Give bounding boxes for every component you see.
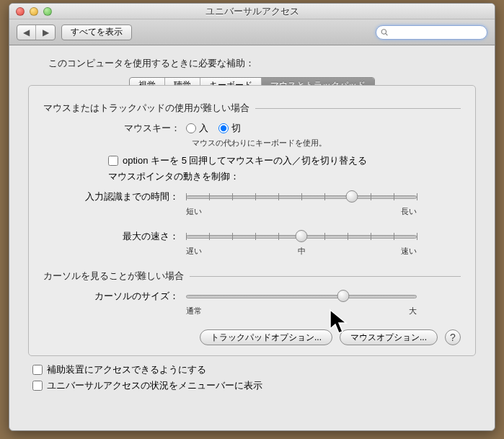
search-field[interactable] xyxy=(376,25,487,40)
zoom-button[interactable] xyxy=(43,7,52,16)
cursor-size-label: カーソルのサイズ： xyxy=(43,290,186,303)
delay-label: 入力認識までの時間： xyxy=(43,190,186,203)
minimize-button[interactable] xyxy=(30,7,38,16)
delay-max-label: 長い xyxy=(401,206,417,217)
show-all-button[interactable]: すべてを表示 xyxy=(61,25,132,40)
divider xyxy=(190,276,461,277)
help-button[interactable]: ? xyxy=(445,329,461,345)
speed-max-label: 速い xyxy=(401,246,417,257)
trackpad-options-button[interactable]: トラックパッドオプション... xyxy=(200,329,332,345)
menubar-status-label: ユニバーサルアクセスの状況をメニューバーに表示 xyxy=(47,379,262,392)
nav-buttons: ◀ ▶ xyxy=(17,25,56,40)
search-icon xyxy=(381,28,389,37)
close-button[interactable] xyxy=(16,7,25,16)
cursor-max-label: 大 xyxy=(409,306,417,316)
content-area: このコンピュータを使用するときに必要な補助： 視覚 聴覚 キーボード マウスとト… xyxy=(9,45,495,401)
menubar-status-checkbox[interactable] xyxy=(32,381,43,391)
control-pointer-label: マウスポインタの動きを制御： xyxy=(108,170,461,183)
cursor-min-label: 通常 xyxy=(186,306,202,316)
back-button[interactable]: ◀ xyxy=(17,25,36,40)
mouse-options-button[interactable]: マウスオプション... xyxy=(340,329,438,345)
window-controls xyxy=(16,7,52,16)
speed-mid-label: 中 xyxy=(298,246,306,257)
assistive-devices-checkbox[interactable] xyxy=(32,365,43,375)
delay-min-label: 短い xyxy=(186,206,202,217)
search-input[interactable] xyxy=(392,28,482,37)
section1-header: マウスまたはトラックパッドの使用が難しい場合 xyxy=(43,102,249,115)
speed-slider-thumb[interactable] xyxy=(296,230,308,242)
forward-button[interactable]: ▶ xyxy=(36,25,55,40)
mousekeys-off[interactable]: 切 xyxy=(218,122,241,135)
titlebar: ユニバーサルアクセス xyxy=(9,4,495,19)
speed-min-label: 遅い xyxy=(186,246,202,257)
divider xyxy=(255,108,461,109)
window-title: ユニバーサルアクセス xyxy=(9,5,495,18)
toolbar: ◀ ▶ すべてを表示 xyxy=(9,19,495,45)
option-toggle-label: option キーを 5 回押してマウスキーの入／切を切り替える xyxy=(123,154,368,167)
cursor-size-slider-thumb[interactable] xyxy=(337,290,349,302)
section2-header: カーソルを見ることが難しい場合 xyxy=(43,270,184,283)
cursor-size-slider[interactable] xyxy=(186,290,417,303)
tab-panel: マウスまたはトラックパッドの使用が難しい場合 マウスキー： 入 切 マウスの代わ… xyxy=(28,85,476,356)
mousekeys-on[interactable]: 入 xyxy=(186,122,208,135)
intro-text: このコンピュータを使用するときに必要な補助： xyxy=(48,57,476,70)
mousekeys-hint: マウスの代わりにキーボードを使用。 xyxy=(192,138,461,148)
speed-slider[interactable] xyxy=(186,230,417,243)
preferences-window: ユニバーサルアクセス ◀ ▶ すべてを表示 このコンピュータを使用するときに必要… xyxy=(9,3,495,431)
delay-slider[interactable] xyxy=(186,190,417,203)
assistive-devices-label: 補助装置にアクセスできるようにする xyxy=(47,363,206,376)
delay-slider-thumb[interactable] xyxy=(346,190,358,203)
mousekeys-label: マウスキー： xyxy=(43,122,186,135)
speed-label: 最大の速さ： xyxy=(43,230,186,243)
option-toggle-checkbox[interactable] xyxy=(108,156,118,166)
